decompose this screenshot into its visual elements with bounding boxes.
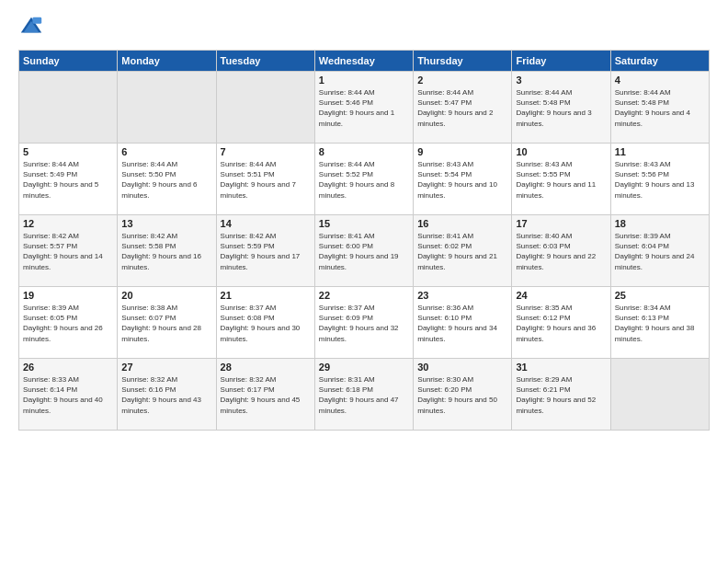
day-number: 6 bbox=[121, 146, 211, 157]
day-info: Sunrise: 8:29 AMSunset: 6:21 PMDaylight:… bbox=[516, 374, 606, 416]
day-info: Sunrise: 8:44 AMSunset: 5:48 PMDaylight:… bbox=[516, 87, 606, 129]
day-cell: 26Sunrise: 8:33 AMSunset: 6:14 PMDayligh… bbox=[19, 359, 118, 431]
day-number: 17 bbox=[516, 218, 606, 229]
day-cell bbox=[118, 72, 216, 144]
day-cell: 7Sunrise: 8:44 AMSunset: 5:51 PMDaylight… bbox=[216, 144, 314, 215]
day-header-sunday: Sunday bbox=[19, 51, 118, 72]
day-info: Sunrise: 8:41 AMSunset: 6:02 PMDaylight:… bbox=[417, 231, 507, 272]
day-number: 22 bbox=[319, 290, 409, 301]
day-number: 21 bbox=[221, 290, 311, 301]
day-cell: 1Sunrise: 8:44 AMSunset: 5:46 PMDaylight… bbox=[314, 72, 413, 144]
day-info: Sunrise: 8:39 AMSunset: 6:05 PMDaylight:… bbox=[23, 303, 113, 344]
week-row-2: 5Sunrise: 8:44 AMSunset: 5:49 PMDaylight… bbox=[19, 144, 710, 215]
day-info: Sunrise: 8:44 AMSunset: 5:52 PMDaylight:… bbox=[319, 159, 409, 201]
day-info: Sunrise: 8:30 AMSunset: 6:20 PMDaylight:… bbox=[417, 374, 507, 416]
day-cell: 21Sunrise: 8:37 AMSunset: 6:08 PMDayligh… bbox=[216, 287, 314, 359]
day-number: 12 bbox=[23, 218, 113, 229]
day-number: 13 bbox=[121, 218, 211, 229]
day-number: 25 bbox=[615, 290, 705, 301]
day-cell: 30Sunrise: 8:30 AMSunset: 6:20 PMDayligh… bbox=[414, 359, 512, 431]
day-cell: 24Sunrise: 8:35 AMSunset: 6:12 PMDayligh… bbox=[512, 287, 610, 359]
day-info: Sunrise: 8:44 AMSunset: 5:46 PMDaylight:… bbox=[319, 87, 409, 129]
day-info: Sunrise: 8:32 AMSunset: 6:17 PMDaylight:… bbox=[221, 374, 311, 416]
day-info: Sunrise: 8:44 AMSunset: 5:48 PMDaylight:… bbox=[615, 87, 705, 129]
day-cell: 3Sunrise: 8:44 AMSunset: 5:48 PMDaylight… bbox=[512, 72, 610, 144]
day-info: Sunrise: 8:31 AMSunset: 6:18 PMDaylight:… bbox=[319, 374, 409, 416]
day-cell: 18Sunrise: 8:39 AMSunset: 6:04 PMDayligh… bbox=[610, 215, 709, 287]
day-cell: 23Sunrise: 8:36 AMSunset: 6:10 PMDayligh… bbox=[414, 287, 512, 359]
day-cell: 8Sunrise: 8:44 AMSunset: 5:52 PMDaylight… bbox=[314, 144, 413, 215]
day-cell: 20Sunrise: 8:38 AMSunset: 6:07 PMDayligh… bbox=[118, 287, 216, 359]
day-number: 16 bbox=[417, 218, 507, 229]
day-cell: 31Sunrise: 8:29 AMSunset: 6:21 PMDayligh… bbox=[512, 359, 610, 431]
day-header-row: SundayMondayTuesdayWednesdayThursdayFrid… bbox=[19, 51, 710, 72]
day-cell: 12Sunrise: 8:42 AMSunset: 5:57 PMDayligh… bbox=[19, 215, 118, 287]
week-row-3: 12Sunrise: 8:42 AMSunset: 5:57 PMDayligh… bbox=[19, 215, 710, 287]
day-info: Sunrise: 8:44 AMSunset: 5:47 PMDaylight:… bbox=[417, 87, 507, 129]
day-cell: 4Sunrise: 8:44 AMSunset: 5:48 PMDaylight… bbox=[610, 72, 709, 144]
day-info: Sunrise: 8:39 AMSunset: 6:04 PMDaylight:… bbox=[615, 231, 705, 272]
day-header-thursday: Thursday bbox=[414, 51, 512, 72]
day-info: Sunrise: 8:44 AMSunset: 5:51 PMDaylight:… bbox=[221, 159, 311, 201]
day-header-monday: Monday bbox=[118, 51, 216, 72]
day-cell bbox=[216, 72, 314, 144]
day-cell: 11Sunrise: 8:43 AMSunset: 5:56 PMDayligh… bbox=[610, 144, 709, 215]
day-number: 20 bbox=[121, 290, 211, 301]
day-number: 1 bbox=[319, 75, 409, 86]
day-info: Sunrise: 8:42 AMSunset: 5:59 PMDaylight:… bbox=[221, 231, 311, 272]
day-info: Sunrise: 8:44 AMSunset: 5:50 PMDaylight:… bbox=[121, 159, 211, 201]
day-number: 4 bbox=[615, 75, 705, 86]
day-cell: 17Sunrise: 8:40 AMSunset: 6:03 PMDayligh… bbox=[512, 215, 610, 287]
day-header-friday: Friday bbox=[512, 51, 610, 72]
day-number: 9 bbox=[417, 146, 507, 157]
day-info: Sunrise: 8:37 AMSunset: 6:09 PMDaylight:… bbox=[319, 303, 409, 344]
day-number: 15 bbox=[319, 218, 409, 229]
day-info: Sunrise: 8:41 AMSunset: 6:00 PMDaylight:… bbox=[319, 231, 409, 272]
day-cell: 16Sunrise: 8:41 AMSunset: 6:02 PMDayligh… bbox=[414, 215, 512, 287]
day-cell: 29Sunrise: 8:31 AMSunset: 6:18 PMDayligh… bbox=[314, 359, 413, 431]
logo bbox=[18, 15, 48, 40]
day-info: Sunrise: 8:35 AMSunset: 6:12 PMDaylight:… bbox=[516, 303, 606, 344]
day-cell: 28Sunrise: 8:32 AMSunset: 6:17 PMDayligh… bbox=[216, 359, 314, 431]
day-cell: 2Sunrise: 8:44 AMSunset: 5:47 PMDaylight… bbox=[414, 72, 512, 144]
day-cell: 27Sunrise: 8:32 AMSunset: 6:16 PMDayligh… bbox=[118, 359, 216, 431]
day-info: Sunrise: 8:43 AMSunset: 5:56 PMDaylight:… bbox=[615, 159, 705, 201]
day-number: 27 bbox=[121, 362, 211, 373]
day-number: 30 bbox=[417, 362, 507, 373]
day-cell bbox=[19, 72, 118, 144]
day-number: 3 bbox=[516, 75, 606, 86]
day-number: 10 bbox=[516, 146, 606, 157]
day-cell: 22Sunrise: 8:37 AMSunset: 6:09 PMDayligh… bbox=[314, 287, 413, 359]
day-info: Sunrise: 8:32 AMSunset: 6:16 PMDaylight:… bbox=[121, 374, 211, 416]
day-header-saturday: Saturday bbox=[610, 51, 709, 72]
day-cell: 9Sunrise: 8:43 AMSunset: 5:54 PMDaylight… bbox=[414, 144, 512, 215]
week-row-5: 26Sunrise: 8:33 AMSunset: 6:14 PMDayligh… bbox=[19, 359, 710, 431]
day-cell: 15Sunrise: 8:41 AMSunset: 6:00 PMDayligh… bbox=[314, 215, 413, 287]
day-cell: 5Sunrise: 8:44 AMSunset: 5:49 PMDaylight… bbox=[19, 144, 118, 215]
day-info: Sunrise: 8:43 AMSunset: 5:54 PMDaylight:… bbox=[417, 159, 507, 201]
day-info: Sunrise: 8:42 AMSunset: 5:58 PMDaylight:… bbox=[121, 231, 211, 272]
day-info: Sunrise: 8:34 AMSunset: 6:13 PMDaylight:… bbox=[615, 303, 705, 344]
week-row-4: 19Sunrise: 8:39 AMSunset: 6:05 PMDayligh… bbox=[19, 287, 710, 359]
day-cell: 25Sunrise: 8:34 AMSunset: 6:13 PMDayligh… bbox=[610, 287, 709, 359]
day-number: 14 bbox=[221, 218, 311, 229]
day-cell: 13Sunrise: 8:42 AMSunset: 5:58 PMDayligh… bbox=[118, 215, 216, 287]
day-number: 8 bbox=[319, 146, 409, 157]
day-header-tuesday: Tuesday bbox=[216, 51, 314, 72]
calendar-table: SundayMondayTuesdayWednesdayThursdayFrid… bbox=[18, 50, 710, 431]
day-number: 7 bbox=[221, 146, 311, 157]
day-number: 28 bbox=[221, 362, 311, 373]
day-info: Sunrise: 8:33 AMSunset: 6:14 PMDaylight:… bbox=[23, 374, 113, 416]
day-number: 26 bbox=[23, 362, 113, 373]
day-cell: 10Sunrise: 8:43 AMSunset: 5:55 PMDayligh… bbox=[512, 144, 610, 215]
day-info: Sunrise: 8:37 AMSunset: 6:08 PMDaylight:… bbox=[221, 303, 311, 344]
day-number: 11 bbox=[615, 146, 705, 157]
day-cell: 6Sunrise: 8:44 AMSunset: 5:50 PMDaylight… bbox=[118, 144, 216, 215]
day-info: Sunrise: 8:42 AMSunset: 5:57 PMDaylight:… bbox=[23, 231, 113, 272]
day-cell: 14Sunrise: 8:42 AMSunset: 5:59 PMDayligh… bbox=[216, 215, 314, 287]
day-header-wednesday: Wednesday bbox=[314, 51, 413, 72]
day-number: 24 bbox=[516, 290, 606, 301]
day-number: 5 bbox=[23, 146, 113, 157]
day-number: 18 bbox=[615, 218, 705, 229]
day-info: Sunrise: 8:44 AMSunset: 5:49 PMDaylight:… bbox=[23, 159, 113, 201]
